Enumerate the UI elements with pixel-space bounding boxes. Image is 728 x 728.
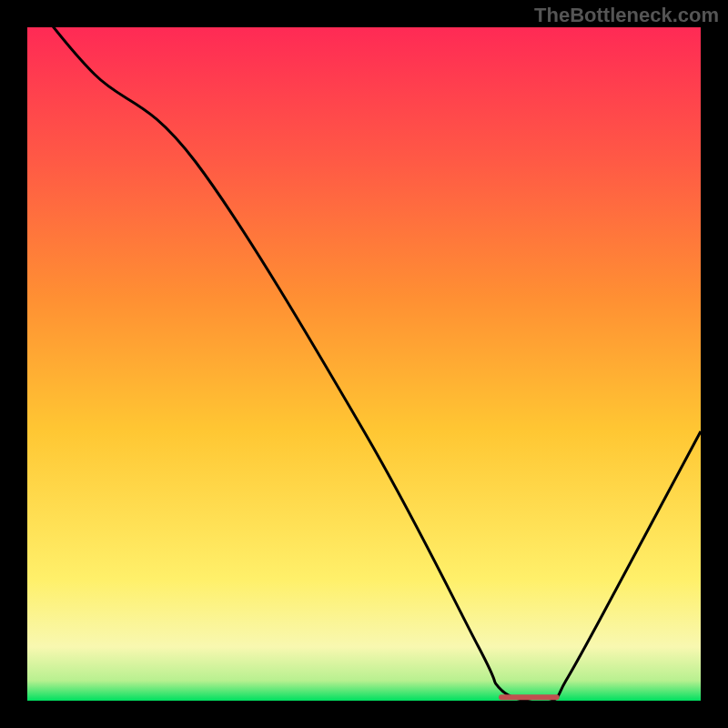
chart-plot-area xyxy=(27,27,701,701)
optimal-range-marker xyxy=(499,694,560,700)
bottleneck-chart xyxy=(27,27,701,701)
gradient-background xyxy=(27,27,701,701)
watermark-text: TheBottleneck.com xyxy=(534,4,719,27)
